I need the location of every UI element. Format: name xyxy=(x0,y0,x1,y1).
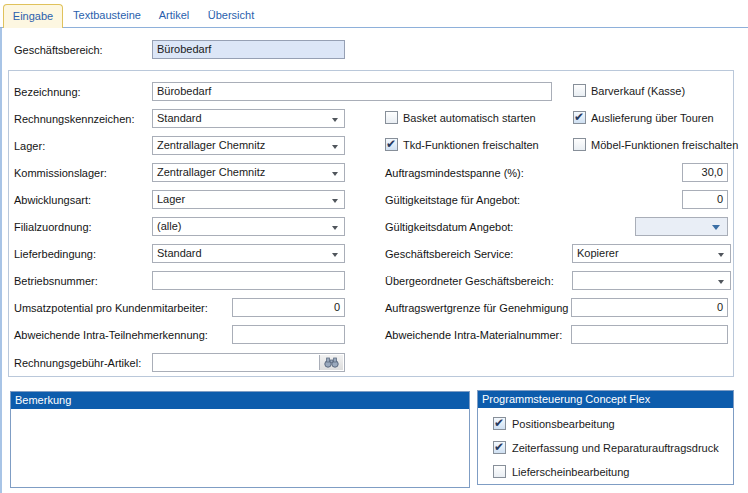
checkbox-auslieferung-label: Auslieferung über Touren xyxy=(591,112,714,124)
filialzuordnung-value: (alle) xyxy=(157,218,340,235)
tab-artikel[interactable]: Artikel xyxy=(152,4,196,27)
checkbox-positionsbearbeitung-label: Positionsbearbeitung xyxy=(512,418,615,430)
dropdown-arrow-icon xyxy=(712,225,720,230)
page-left-border xyxy=(0,28,2,493)
checkbox-barverkauf-label: Barverkauf (Kasse) xyxy=(591,85,685,97)
lager-value: Zentrallager Chemnitz xyxy=(157,137,340,154)
lager-dropdown[interactable]: Zentrallager Chemnitz xyxy=(152,136,345,155)
checkbox-moebel[interactable]: Möbel-Funktionen freischalten xyxy=(573,137,738,152)
lieferbedingung-value: Standard xyxy=(157,245,340,262)
checkbox-box xyxy=(573,138,586,151)
gueltigkeitsdatum-label: Gültigkeitsdatum Angebot: xyxy=(385,221,513,233)
kommissionslager-label: Kommissionslager: xyxy=(14,167,107,179)
dropdown-arrow-icon xyxy=(718,280,724,284)
dropdown-arrow-icon xyxy=(332,118,338,122)
bemerkung-panel: Bemerkung xyxy=(10,391,470,488)
kommissionslager-value: Zentrallager Chemnitz xyxy=(157,164,340,181)
checkbox-box xyxy=(493,441,506,454)
bemerkung-textarea[interactable] xyxy=(11,409,469,487)
checkbox-lieferschein[interactable]: Lieferscheinbearbeitung xyxy=(493,465,629,478)
checkbox-basket-label: Basket automatisch starten xyxy=(403,112,536,124)
lieferbedingung-dropdown[interactable]: Standard xyxy=(152,244,345,263)
tab-bar: Eingabe Textbausteine Artikel Übersicht xyxy=(0,0,748,28)
gb-service-dropdown[interactable]: Kopierer xyxy=(572,244,731,263)
checkbox-box xyxy=(573,111,586,124)
rechnungskennzeichen-dropdown[interactable]: Standard xyxy=(152,109,345,128)
rechnungskennzeichen-label: Rechnungskennzeichen: xyxy=(14,113,134,125)
checkbox-box xyxy=(385,138,398,151)
gueltigkeitstage-label: Gültigkeitstage für Angebot: xyxy=(385,194,520,206)
checkbox-basket[interactable]: Basket automatisch starten xyxy=(385,110,536,125)
filialzuordnung-label: Filialzuordnung: xyxy=(14,221,92,233)
rechnungsgebuehr-artikel-label: Rechnungsgebühr-Artikel: xyxy=(14,357,141,369)
tab-textbausteine[interactable]: Textbausteine xyxy=(66,4,148,27)
programmsteuerung-body: Positionsbearbeitung Zeiterfassung und R… xyxy=(478,408,733,484)
kommissionslager-dropdown[interactable]: Zentrallager Chemnitz xyxy=(152,163,345,182)
auftragsmindestspanne-field[interactable]: 30,0 xyxy=(682,163,728,182)
dropdown-arrow-icon xyxy=(332,145,338,149)
lager-label: Lager: xyxy=(14,140,45,152)
uebergeordneter-gb-dropdown[interactable] xyxy=(572,271,731,290)
checkbox-tkd-label: Tkd-Funktionen freischalten xyxy=(403,139,539,151)
bezeichnung-field[interactable]: Bürobedarf xyxy=(152,82,552,101)
dropdown-arrow-icon xyxy=(718,253,724,257)
dropdown-arrow-icon xyxy=(332,226,338,230)
checkbox-barverkauf[interactable]: Barverkauf (Kasse) xyxy=(573,83,685,98)
checkbox-lieferschein-label: Lieferscheinbearbeitung xyxy=(512,466,629,478)
abwicklungsart-value: Lager xyxy=(157,191,340,208)
intra-materialnummer-label: Abweichende Intra-Materialnummer: xyxy=(385,329,562,341)
checkbox-positionsbearbeitung[interactable]: Positionsbearbeitung xyxy=(493,417,615,430)
checkbox-box xyxy=(573,84,586,97)
business-area-form: Eingabe Textbausteine Artikel Übersicht … xyxy=(0,0,748,493)
tab-underline xyxy=(0,27,748,28)
tab-eingabe[interactable]: Eingabe xyxy=(3,4,63,28)
auftragsmindestspanne-label: Auftragsmindestspanne (%): xyxy=(385,167,524,179)
abwicklungsart-label: Abwicklungsart: xyxy=(14,194,91,206)
tab-uebersicht[interactable]: Übersicht xyxy=(204,4,258,27)
programmsteuerung-panel: Programmsteuerung Concept Flex Positions… xyxy=(477,390,734,485)
auftragswertgrenze-label: Auftragswertgrenze für Genehmigung xyxy=(385,302,568,314)
programmsteuerung-header: Programmsteuerung Concept Flex xyxy=(478,391,733,408)
dropdown-arrow-icon xyxy=(332,253,338,257)
checkbox-moebel-label: Möbel-Funktionen freischalten xyxy=(591,139,738,151)
rechnungskennzeichen-value: Standard xyxy=(157,110,340,127)
auftragswertgrenze-field[interactable]: 0 xyxy=(571,298,728,317)
abwicklungsart-dropdown[interactable]: Lager xyxy=(152,190,345,209)
checkbox-box xyxy=(493,417,506,430)
intra-teilnehmerkennung-label: Abweichende Intra-Teilnehmerkennung: xyxy=(14,329,208,341)
geschaeftsbereich-label: Geschäftsbereich: xyxy=(14,44,103,56)
dropdown-arrow-icon xyxy=(332,172,338,176)
checkbox-tkd[interactable]: Tkd-Funktionen freischalten xyxy=(385,137,539,152)
checkbox-auslieferung[interactable]: Auslieferung über Touren xyxy=(573,110,714,125)
lieferbedingung-label: Lieferbedingung: xyxy=(14,248,96,260)
gueltigkeitsdatum-dropdown[interactable] xyxy=(635,217,728,236)
uebergeordneter-gb-label: Übergeordneter Geschäftsbereich: xyxy=(385,275,554,287)
umsatzpotential-field[interactable]: 0 xyxy=(232,298,345,317)
checkbox-box xyxy=(493,465,506,478)
geschaeftsbereich-field[interactable]: Bürobedarf xyxy=(152,40,345,59)
rechnungsgebuehr-artikel-field[interactable] xyxy=(152,353,345,372)
gb-service-label: Geschäftsbereich Service: xyxy=(385,248,513,260)
bemerkung-header: Bemerkung xyxy=(11,392,469,409)
checkbox-box xyxy=(385,111,398,124)
filialzuordnung-dropdown[interactable]: (alle) xyxy=(152,217,345,236)
gueltigkeitstage-field[interactable]: 0 xyxy=(682,190,728,209)
lookup-button[interactable] xyxy=(319,355,343,370)
dropdown-arrow-icon xyxy=(332,199,338,203)
intra-teilnehmerkennung-field[interactable] xyxy=(232,325,345,344)
betriebsnummer-field[interactable] xyxy=(152,271,345,290)
binoculars-icon xyxy=(324,357,339,368)
intra-materialnummer-field[interactable] xyxy=(571,325,728,344)
gb-service-value: Kopierer xyxy=(577,245,726,262)
bezeichnung-label: Bezeichnung: xyxy=(14,86,81,98)
betriebsnummer-label: Betriebsnummer: xyxy=(14,275,98,287)
checkbox-zeiterfassung[interactable]: Zeiterfassung und Reparaturauftragsdruck xyxy=(493,441,719,454)
umsatzpotential-label: Umsatzpotential pro Kundenmitarbeiter: xyxy=(14,302,208,314)
checkbox-zeiterfassung-label: Zeiterfassung und Reparaturauftragsdruck xyxy=(512,442,719,454)
